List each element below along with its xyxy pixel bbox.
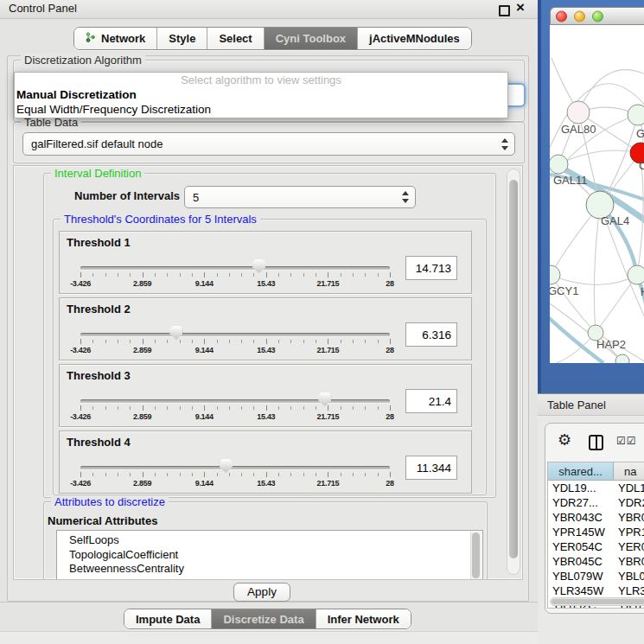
table-row[interactable]: YER054CYER0 — [548, 539, 644, 554]
tab-select[interactable]: Select — [207, 28, 263, 49]
cell-name[interactable]: YLR3 — [614, 584, 644, 597]
cell-shared-name[interactable]: YBR043C — [548, 511, 614, 524]
table-row[interactable]: YBR045CYBR0 — [548, 554, 644, 569]
tick-mark — [390, 472, 391, 477]
attribute-list-item[interactable]: SelfLoops — [57, 533, 482, 548]
tick-mark — [328, 405, 328, 411]
tick-mark — [241, 473, 242, 476]
cell-shared-name[interactable]: YDL19... — [548, 481, 614, 494]
tick-mark — [192, 406, 193, 410]
thresholds-group: Threshold's Coordinates for 5 Intervals … — [53, 219, 487, 495]
slider-handle[interactable] — [220, 459, 233, 473]
threshold-value-field[interactable]: 21.4 — [405, 389, 457, 413]
table-row[interactable]: YLR345WYLR3 — [548, 583, 644, 598]
tick-mark — [167, 340, 168, 343]
scrollbar-thumb[interactable] — [472, 532, 480, 578]
tab-infer-network[interactable]: Infer Network — [316, 609, 411, 628]
network-view-canvas[interactable]: GAL80GCGAL11GAL4GCY1HHAP2 — [550, 25, 644, 363]
cell-name[interactable]: YBR0 — [614, 511, 644, 524]
cell-shared-name[interactable]: YLR345W — [548, 584, 614, 597]
number-of-intervals-combobox[interactable]: 5 — [184, 186, 416, 208]
dropdown-option-manual-discretization[interactable]: Manual Discretization — [15, 87, 507, 102]
network-window[interactable]: GAL80GCGAL11GAL4GCY1HHAP2 — [538, 0, 644, 393]
tab-jactivemnodules[interactable]: jActiveMNodules — [357, 28, 471, 49]
checked-boxes-icon[interactable]: ☑☑ — [616, 435, 637, 447]
tab-discretize-data[interactable]: Discretize Data — [211, 609, 315, 628]
attribute-list-item[interactable]: TopologicalCoefficient — [57, 548, 482, 563]
network-node[interactable] — [628, 105, 644, 125]
network-node[interactable] — [567, 101, 590, 124]
close-traffic-light-icon[interactable] — [556, 10, 567, 22]
tick-mark — [290, 473, 291, 476]
network-graph[interactable]: GAL80GCGAL11GAL4GCY1HHAP2 — [550, 25, 644, 363]
threshold-value-field[interactable]: 14.713 — [405, 256, 457, 280]
threshold-value-field[interactable]: 11.344 — [405, 456, 457, 480]
tab-style[interactable]: Style — [156, 28, 207, 49]
minimize-traffic-light-icon[interactable] — [574, 10, 585, 22]
dropdown-option-equal-width[interactable]: Equal Width/Frequency Discretization — [15, 102, 507, 117]
numerical-attributes-list[interactable]: SelfLoopsTopologicalCoefficientBetweenne… — [56, 530, 483, 580]
tab-cyni-toolbox[interactable]: Cyni Toolbox — [264, 28, 357, 49]
tick-mark — [390, 339, 391, 344]
slider-track[interactable] — [80, 333, 390, 336]
cell-shared-name[interactable]: YPR145W — [548, 526, 614, 539]
zoom-traffic-light-icon[interactable] — [592, 10, 603, 22]
tick-mark — [180, 273, 181, 277]
slider-handle[interactable] — [169, 326, 182, 340]
network-graph-icon — [86, 32, 96, 45]
tick-mark — [253, 473, 254, 476]
close-icon[interactable]: × — [516, 0, 525, 16]
network-node[interactable] — [550, 265, 560, 284]
tick-mark — [155, 406, 156, 410]
table-horizontal-scrollbar[interactable] — [550, 597, 644, 606]
tab-network[interactable]: Network — [74, 28, 156, 49]
cell-shared-name[interactable]: YER054C — [548, 540, 614, 553]
cell-name[interactable]: YDL1 — [614, 481, 644, 494]
gear-icon[interactable]: ⚙ — [558, 430, 571, 450]
slider-ticks — [80, 339, 390, 345]
cell-name[interactable]: YBR0 — [614, 555, 644, 568]
table-row[interactable]: YBL079WYBL0 — [548, 569, 644, 583]
slider-handle[interactable] — [318, 392, 331, 406]
threshold-value-field[interactable]: 6.316 — [405, 322, 457, 347]
threshold-2-panel: Threshold 2 -3.4262.8599.14415.4321.7152… — [59, 297, 472, 360]
cell-name[interactable]: YER0 — [614, 540, 644, 553]
scale-label: -3.426 — [70, 279, 91, 288]
cell-shared-name[interactable]: YBR045C — [548, 555, 614, 568]
column-header-name[interactable]: na — [614, 462, 644, 480]
slider-track[interactable] — [80, 266, 390, 270]
dropdown-placeholder: Select algorithm to view settings — [15, 73, 507, 87]
tab-impute-data[interactable]: Impute Data — [124, 609, 211, 628]
panel-scrollbar[interactable] — [507, 169, 520, 575]
cell-name[interactable]: YBL0 — [614, 570, 644, 583]
network-window-titlebar[interactable] — [550, 7, 644, 25]
right-side-area: GAL80GCGAL11GAL4GCY1HHAP2 Table Panel ⚙ … — [538, 0, 644, 644]
cell-shared-name[interactable]: YDR27... — [548, 496, 614, 509]
network-node[interactable] — [550, 155, 568, 174]
scrollbar-thumb[interactable] — [552, 599, 644, 604]
cell-shared-name[interactable]: YBL079W — [548, 570, 614, 583]
network-node[interactable] — [628, 265, 644, 284]
tick-mark — [130, 273, 131, 277]
cell-name[interactable]: YPR1 — [614, 526, 644, 539]
attribute-list-item[interactable]: BetweennessCentrality — [57, 562, 482, 577]
tick-mark — [241, 273, 242, 277]
scale-label: 2.859 — [133, 412, 151, 421]
apply-button[interactable]: Apply — [233, 583, 290, 602]
table-row[interactable]: YDR27...YDR2 — [548, 495, 644, 510]
slider-track[interactable] — [80, 466, 390, 469]
table-row[interactable]: YBR043CYBR0 — [548, 510, 644, 525]
slider-handle[interactable] — [252, 259, 265, 273]
column-header-shared-name[interactable]: shared... — [548, 462, 614, 480]
column-layout-icon[interactable] — [589, 435, 603, 450]
cell-name[interactable]: YDR2 — [614, 496, 644, 509]
node-label: GAL80 — [561, 123, 596, 136]
float-window-icon[interactable] — [499, 5, 510, 16]
tick-mark — [229, 406, 230, 410]
table-data-combobox[interactable]: galFiltered.sif default node — [22, 132, 515, 156]
scrollbar-thumb[interactable] — [509, 180, 518, 558]
slider-track[interactable] — [80, 399, 390, 403]
table-row[interactable]: YPR145WYPR1 — [548, 525, 644, 539]
list-scrollbar[interactable] — [470, 532, 481, 580]
table-row[interactable]: YDL19...YDL1 — [548, 481, 644, 495]
